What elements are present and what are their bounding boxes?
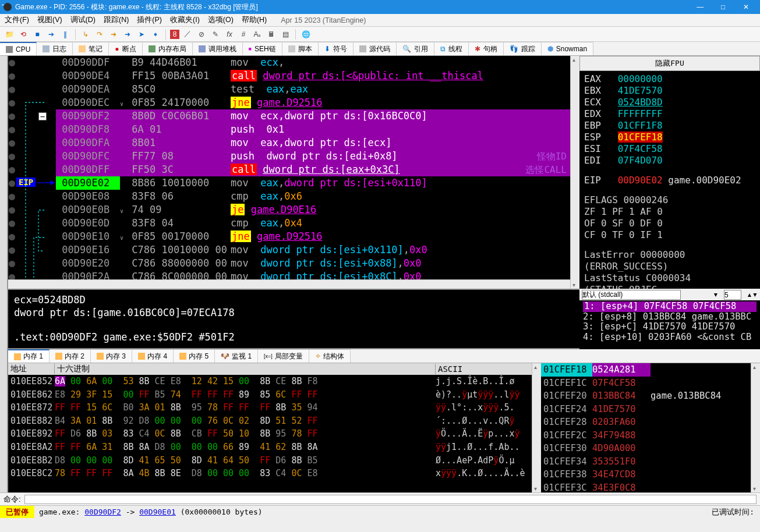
tab-seh[interactable]: ■SEH链 — [243, 42, 282, 55]
bp-icon: ● — [115, 45, 119, 53]
menu-plugin[interactable]: 插件(P) — [137, 15, 162, 25]
stepout-icon[interactable]: ➜ — [108, 29, 119, 40]
src-icon — [359, 45, 366, 52]
settings-icon[interactable]: 🌐 — [300, 29, 312, 40]
menu-options[interactable]: 选项(O) — [208, 15, 234, 25]
mem-icon — [149, 45, 155, 52]
sidebar-stub — [0, 56, 8, 289]
info-line-1: ecx=0524BD8D — [14, 293, 574, 306]
open-icon[interactable]: 📁 — [3, 29, 15, 40]
close-button[interactable]: ✕ — [736, 3, 757, 11]
hash-icon[interactable]: # — [238, 29, 249, 40]
tab-script[interactable]: 脚本 — [282, 42, 319, 55]
menu-help[interactable]: 帮助(H) — [242, 15, 267, 25]
bottom-split: 地址 十六进制 ASCII 010EE8526A 00 6A 00 53 8B … — [0, 363, 760, 492]
stepinto-icon[interactable]: ↳ — [80, 29, 91, 40]
command-input[interactable] — [24, 495, 757, 504]
tab-threads[interactable]: ⧉线程 — [434, 42, 469, 55]
dump-scroll[interactable] — [532, 363, 541, 492]
layout-icon[interactable]: ▤ — [280, 29, 291, 40]
tab-symbols[interactable]: ⬇符号 — [319, 42, 354, 55]
bookmark-icon[interactable]: ✎ — [210, 29, 221, 40]
dump-tab-2[interactable]: 内存 3 — [91, 349, 132, 363]
patch-icon[interactable]: 8 — [170, 30, 179, 39]
tab-source[interactable]: 源代码 — [354, 42, 397, 55]
run-icon[interactable]: ➔ — [45, 29, 57, 40]
argcount-input[interactable] — [724, 290, 741, 300]
toolbar: 📁 ⟲ ■ ➔ ‖ ↳ ↷ ➜ ➜ ➤ ➧ 8 ／ ⊘ ✎ fx # Aₐ 🖩 … — [0, 27, 760, 42]
font-icon[interactable]: Aₐ — [252, 29, 263, 40]
maximize-button[interactable]: □ — [713, 3, 734, 11]
stack-args-panel[interactable]: ▾ ▴▾ 1: [esp+4] 07F4CF58 07F4CF582: [esp… — [579, 289, 760, 349]
tab-cpu[interactable]: CPU — [0, 42, 37, 55]
dump-tab-7[interactable]: ✧结构体 — [309, 349, 351, 363]
tab-memory[interactable]: 内存布局 — [143, 42, 193, 55]
minimize-button[interactable]: — — [690, 3, 710, 11]
registers-panel[interactable]: 隐藏FPU EAX 00000000EBX 41DE7570ECX 0524BD… — [579, 56, 760, 289]
traceinto-icon[interactable]: ➜ — [122, 29, 133, 40]
comment-icon[interactable]: ／ — [182, 29, 193, 40]
tab-breakpoints[interactable]: ●断点 — [109, 42, 142, 55]
disassembly-view[interactable]: EIP− 00D90DDF 00D90DE4 00D90DEA 00D90DEC… — [8, 56, 570, 279]
main-split: EIP− 00D90DDF 00D90DE4 00D90DEA 00D90DEC… — [0, 56, 760, 289]
snow-icon: ⬢ — [547, 45, 553, 53]
window-controls: — □ ✕ — [690, 3, 757, 11]
dump-tab-3[interactable]: 内存 4 — [132, 349, 174, 363]
dump-tab-6[interactable]: [x=]局部变量 — [258, 349, 309, 363]
menu-view[interactable]: 视图(V) — [37, 15, 62, 25]
dump-tab-5[interactable]: 🐶监视 1 — [215, 349, 258, 363]
hscroll[interactable] — [8, 279, 570, 289]
tab-callstack[interactable]: 调用堆栈 — [193, 42, 243, 55]
command-label: 命令: — [3, 494, 21, 505]
hex-dump[interactable]: 地址 十六进制 ASCII 010EE8526A 00 6A 00 53 8B … — [8, 363, 532, 492]
stack-view[interactable]: 01CFEF180524A28101CFEF1C07F4CF5801CFEF20… — [541, 363, 751, 492]
col-address[interactable]: 地址 — [8, 364, 55, 374]
tab-trace[interactable]: 👣跟踪 — [504, 42, 542, 55]
paused-badge: 已暂停 — [0, 506, 34, 518]
status-bar: 已暂停 game.exe: 00D90DF2 -> 00D90E01 (0x00… — [0, 505, 760, 518]
label-icon[interactable]: ⊘ — [196, 29, 207, 40]
menu-file[interactable]: 文件(F) — [5, 15, 29, 25]
trace-icon: 👣 — [510, 45, 518, 53]
calc-icon[interactable]: 🖩 — [266, 29, 277, 40]
menu-fav[interactable]: 收藏夹(I) — [170, 15, 200, 25]
col-hex[interactable]: 十六进制 — [55, 364, 436, 374]
stepover-icon[interactable]: ↷ — [94, 29, 105, 40]
script-icon — [288, 45, 295, 52]
stop-icon[interactable]: ■ — [31, 29, 43, 40]
tab-snowman[interactable]: ⬢Snowman — [542, 42, 593, 55]
dump-tab-4[interactable]: 内存 5 — [174, 349, 215, 363]
restart-icon[interactable]: ⟲ — [17, 29, 29, 40]
tab-refs[interactable]: 🔍引用 — [397, 42, 434, 55]
info-line-2: dword ptr ds:[game.016BC0C0]=07ECA178 — [14, 306, 574, 319]
sym-icon: ⬇ — [324, 45, 330, 53]
ref-icon: 🔍 — [402, 45, 411, 53]
info-row: ecx=0524BD8D dword ptr ds:[game.016BC0C0… — [0, 289, 760, 349]
hnd-icon: ✱ — [475, 45, 480, 53]
stack-scroll[interactable] — [751, 363, 760, 492]
runtoret-icon[interactable]: ➧ — [150, 29, 161, 40]
dump-tab-1[interactable]: 内存 2 — [50, 349, 91, 363]
tab-handles[interactable]: ✱句柄 — [469, 42, 504, 55]
pause-icon[interactable]: ‖ — [59, 29, 71, 40]
note-icon — [79, 45, 86, 52]
callconv-select[interactable] — [582, 290, 681, 300]
tab-log[interactable]: 日志 — [37, 42, 73, 55]
cpu-icon — [6, 46, 13, 53]
version-label: Apr 15 2023 (TitanEngine) — [281, 16, 366, 24]
instruction-info: ecx=0524BD8D dword ptr ds:[game.016BC0C0… — [8, 289, 579, 349]
hide-fpu-button[interactable]: 隐藏FPU — [579, 56, 760, 71]
log-icon — [43, 45, 50, 52]
dump-tabs: 内存 1内存 2内存 3内存 4内存 5🐶监视 1[x=]局部变量✧结构体 — [8, 349, 760, 363]
command-bar: 命令: — [0, 492, 760, 505]
debug-time-label: 已调试时间: — [712, 507, 760, 517]
vscroll[interactable] — [570, 56, 579, 289]
seh-icon: ■ — [249, 46, 252, 52]
dump-tab-0[interactable]: 内存 1 — [8, 349, 50, 363]
col-ascii[interactable]: ASCII — [436, 364, 532, 374]
tab-notes[interactable]: 笔记 — [73, 42, 109, 55]
menu-trace[interactable]: 跟踪(N) — [104, 15, 129, 25]
traceover-icon[interactable]: ➤ — [136, 29, 147, 40]
menu-debug[interactable]: 调试(D) — [70, 15, 96, 25]
fx-icon[interactable]: fx — [224, 29, 235, 40]
